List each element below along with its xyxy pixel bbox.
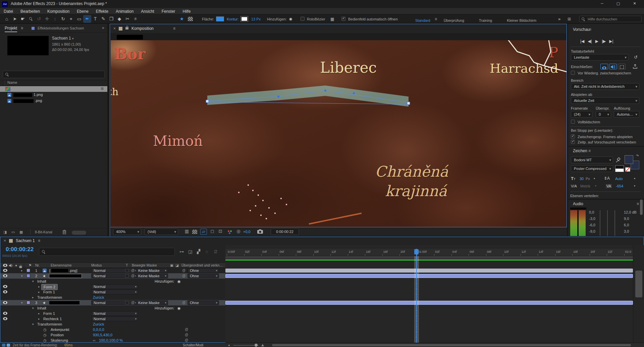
playfrom-dropdown[interactable]: Aktuelle Zeit▾: [571, 97, 639, 104]
leading-value[interactable]: Auto: [615, 177, 623, 181]
mask-vertex-handle[interactable]: [206, 100, 209, 103]
stopwatch-icon[interactable]: ◷: [43, 327, 47, 332]
new-folder-icon[interactable]: ▭: [11, 230, 15, 234]
property-pickwhip-icon[interactable]: @: [185, 332, 188, 338]
preserve-transparency-toggle[interactable]: [125, 274, 129, 278]
close-tab-icon[interactable]: ×: [4, 238, 6, 243]
link-dimensions-icon[interactable]: ∞: [93, 338, 96, 343]
selected-shape-band[interactable]: [207, 85, 409, 107]
composition-viewport[interactable]: BorLiberecHarrachsdthMimońChráněnákrajin…: [111, 40, 567, 227]
twirl-icon[interactable]: ▾: [32, 322, 34, 327]
tab-effekteinstellungen[interactable]: Effekteinstellungen Sachsen: [38, 26, 84, 30]
include-audio-icon[interactable]: [609, 64, 617, 69]
font-size-caret[interactable]: ▾: [594, 177, 595, 180]
hand-tool-icon[interactable]: ☛: [19, 15, 27, 23]
shape-group-label[interactable]: Rechteck 1: [43, 316, 62, 322]
blend-mode-dropdown[interactable]: Normal▾: [91, 316, 138, 321]
eye-icon[interactable]: [3, 301, 7, 304]
resolution-dropdown[interactable]: Automa…▾: [614, 111, 639, 118]
exposure-icon[interactable]: ◎: [235, 229, 242, 234]
timeline-row-Rechteck 1[interactable]: ▸Rechteck 1Normal▾: [0, 316, 225, 322]
timeline-ruler[interactable]: 0:00f02f04f06f08f10f12f14f16f18f20f01:00…: [225, 249, 633, 256]
parent-dropdown[interactable]: Ohne▾: [187, 300, 219, 305]
close-button[interactable]: ✕: [630, 1, 640, 6]
switches-modes-button[interactable]: Schalter/Modi: [183, 343, 203, 347]
timeline-row-Inhalt[interactable]: ▾InhaltHinzufügen:◉: [0, 305, 225, 311]
clone-stamp-tool-icon[interactable]: ❐: [107, 15, 115, 23]
redacted-layer-name[interactable]: [51, 269, 68, 272]
menu-item-ebene[interactable]: Ebene: [73, 8, 92, 14]
composition-panel-menu-icon[interactable]: ≡: [173, 26, 175, 31]
preserve-transparency-toggle[interactable]: [125, 301, 129, 304]
eye-icon[interactable]: [3, 317, 7, 320]
parent-dropdown[interactable]: Ohne▾: [187, 274, 219, 278]
property-label[interactable]: Position: [51, 332, 64, 338]
blend-mode-dropdown[interactable]: Normal▾: [91, 311, 138, 316]
cti-grabber[interactable]: [414, 249, 419, 254]
preview-panel-menu-icon[interactable]: ≡: [589, 27, 591, 32]
close-tab-icon[interactable]: ×: [113, 26, 116, 31]
kerning-caret[interactable]: ▾: [595, 184, 596, 187]
next-frame-icon[interactable]: |▶: [602, 39, 606, 44]
zoom-out-icon[interactable]: [228, 344, 230, 346]
timeline-timecode[interactable]: 0:00:00:22: [6, 246, 34, 253]
timeline-row-Transformieren[interactable]: ▾TransformierenZurück: [0, 322, 225, 327]
minimize-button[interactable]: ─: [597, 1, 607, 5]
menu-item-datei[interactable]: Datei: [0, 8, 17, 14]
shape-tool-icon[interactable]: ▭: [75, 15, 83, 23]
parent-pickwhip-icon[interactable]: @: [182, 268, 185, 273]
timeline-row-Position[interactable]: ◷Position930,5,430,0@: [0, 332, 225, 338]
matte-pickwhip-icon[interactable]: @: [131, 300, 135, 305]
viewer-timecode[interactable]: 0:00:00:22: [271, 228, 299, 235]
tracking-caret[interactable]: ▾: [634, 184, 635, 187]
twirl-icon[interactable]: ▾: [21, 273, 23, 279]
audio-slider-right[interactable]: [614, 210, 615, 236]
puppet-pin-tool-icon[interactable]: ⍟: [131, 15, 140, 23]
parent-pickwhip-icon[interactable]: @: [182, 300, 185, 305]
kerning-value[interactable]: Metrik: [580, 184, 590, 188]
zoom-tool-icon[interactable]: [27, 15, 35, 23]
eye-icon[interactable]: [3, 269, 7, 272]
previous-frame-icon[interactable]: ◀|: [588, 39, 592, 44]
pan-behind-tool-icon[interactable]: ⌖: [67, 15, 75, 23]
group-label[interactable]: Inhalt: [37, 305, 46, 311]
twirl-icon[interactable]: ▸: [38, 311, 40, 316]
project-panel-menu-icon[interactable]: ≡: [21, 26, 23, 31]
menu-item-komposition[interactable]: Komposition: [44, 8, 73, 14]
preserve-transparency-toggle[interactable]: [125, 269, 129, 272]
interpret-footage-icon[interactable]: ◨: [3, 230, 7, 234]
composition-mini-flowchart-icon[interactable]: ⊶: [179, 249, 184, 254]
tab-projekt[interactable]: Projekt: [5, 26, 17, 32]
reset-link[interactable]: Zurück: [93, 322, 104, 327]
twirl-icon[interactable]: ▸: [38, 316, 40, 322]
auto-open-panel-checkbox[interactable]: [341, 17, 345, 21]
fill-color-swatch[interactable]: [216, 16, 224, 21]
include-overlays-icon[interactable]: [618, 64, 626, 69]
mask-vertex-handle[interactable]: [325, 90, 326, 92]
eraser-tool-icon[interactable]: ◆: [115, 15, 123, 23]
audio-slider-left[interactable]: [600, 210, 600, 236]
tracking-value[interactable]: -654: [616, 184, 623, 188]
mask-visibility-icon[interactable]: ▱: [200, 229, 207, 235]
group-label[interactable]: Transformieren: [37, 322, 62, 327]
go-to-start-icon[interactable]: |◀: [580, 39, 584, 44]
menu-item-effekte[interactable]: Effekte: [92, 8, 112, 14]
project-comp-name[interactable]: Sachsen 1 ▾: [52, 36, 74, 41]
no-color-swatch[interactable]: [625, 167, 630, 172]
timeline-row-Skalierung[interactable]: ◷Skalierung∞100,0,100,0 %@: [0, 338, 225, 343]
mask-vertex-handle[interactable]: [353, 93, 355, 94]
stopwatch-icon[interactable]: ◷: [43, 338, 47, 343]
blend-mode-dropdown[interactable]: Normal▾: [91, 284, 138, 289]
selection-tool-icon[interactable]: ➤: [11, 15, 19, 23]
stroke-color-swatch[interactable]: [241, 16, 248, 21]
workspace-kleiner-bildschirm[interactable]: Kleiner Bildschirm: [503, 18, 548, 22]
twirl-icon[interactable]: ▾: [32, 279, 34, 284]
motion-blur-icon[interactable]: ◌: [206, 249, 208, 254]
project-search-input[interactable]: [3, 71, 105, 78]
framerate-dropdown[interactable]: (24)▾: [571, 111, 592, 118]
color-depth-label[interactable]: 8-Bit-Kanal: [35, 230, 52, 234]
transparency-grid-icon[interactable]: [192, 230, 197, 234]
project-name-column-header[interactable]: Name: [0, 80, 107, 86]
timeline-row-Transformieren[interactable]: ▸TransformierenZurück: [0, 295, 225, 300]
twirl-icon[interactable]: ▸: [38, 284, 40, 289]
